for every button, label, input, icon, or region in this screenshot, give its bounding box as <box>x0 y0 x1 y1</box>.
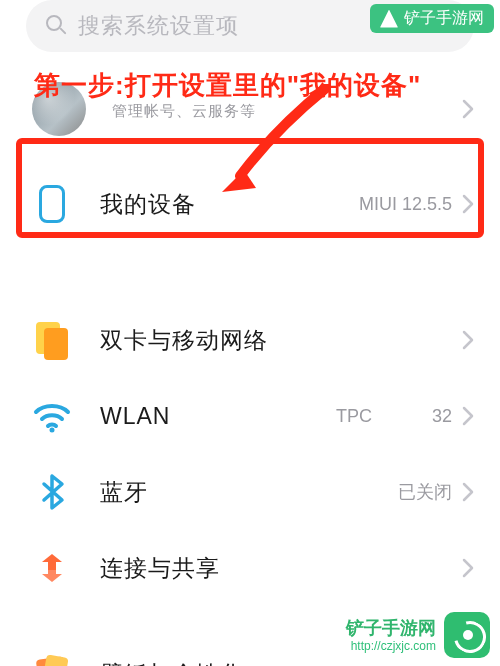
watermark-top: 铲子手游网 <box>370 4 494 33</box>
row-label: 蓝牙 <box>100 477 148 508</box>
row-connect-share[interactable]: 连接与共享 <box>0 530 500 606</box>
watermark-bottom-url: http://czjxjc.com <box>346 640 436 653</box>
row-sim[interactable]: 双卡与移动网络 <box>0 302 500 378</box>
row-my-device[interactable]: 我的设备 MIUI 12.5.5 <box>0 158 500 250</box>
wifi-icon <box>32 396 72 436</box>
chevron-right-icon <box>462 330 474 350</box>
watermark-top-text: 铲子手游网 <box>404 8 484 29</box>
wallpaper-icon <box>32 654 72 666</box>
row-value: TPC 32 <box>336 406 452 427</box>
row-label: 壁纸与个性化 <box>100 659 244 667</box>
annotation-callout: 第一步:打开设置里的"我的设备" <box>34 68 421 103</box>
search-placeholder: 搜索系统设置项 <box>78 11 239 41</box>
chevron-right-icon <box>462 194 474 214</box>
row-label: WLAN <box>100 403 170 430</box>
chevron-right-icon <box>462 482 474 502</box>
row-label: 连接与共享 <box>100 553 220 584</box>
watermark-badge-icon <box>444 612 490 658</box>
chevron-right-icon <box>462 406 474 426</box>
bluetooth-icon <box>32 472 72 512</box>
svg-point-0 <box>50 428 55 433</box>
device-icon <box>32 184 72 224</box>
row-bluetooth[interactable]: 蓝牙 已关闭 <box>0 454 500 530</box>
watermark-logo-icon <box>380 10 398 28</box>
search-icon <box>46 15 68 37</box>
row-value: 已关闭 <box>398 480 452 504</box>
watermark-bottom-text: 铲子手游网 <box>346 616 436 640</box>
chevron-right-icon <box>462 99 474 119</box>
share-icon <box>32 548 72 588</box>
row-wlan[interactable]: WLAN TPC 32 <box>0 378 500 454</box>
account-subtitle: 管理帐号、云服务等 <box>112 102 462 121</box>
chevron-right-icon <box>462 558 474 578</box>
sim-icon <box>32 320 72 360</box>
row-label: 双卡与移动网络 <box>100 325 268 356</box>
watermark-bottom: 铲子手游网 http://czjxjc.com <box>346 612 490 658</box>
row-value: MIUI 12.5.5 <box>359 194 452 215</box>
row-label: 我的设备 <box>100 189 196 220</box>
